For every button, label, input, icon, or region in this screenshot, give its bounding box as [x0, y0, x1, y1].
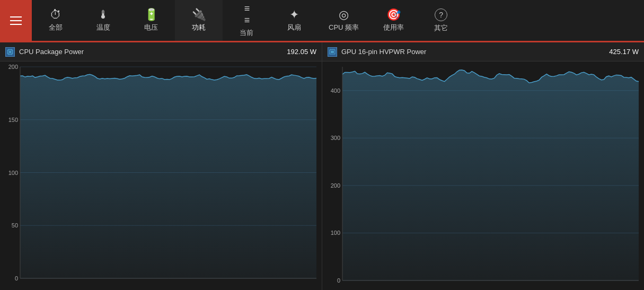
all-icon: ⏱	[50, 9, 61, 21]
cpu-power-canvas	[0, 61, 322, 290]
cpu-power-chart-body	[0, 61, 322, 290]
gpu-power-header: GPU 16-pin HVPWR Power 425.17 W	[322, 42, 644, 61]
gpu-power-value: 425.17 W	[609, 48, 639, 56]
gpu-power-canvas	[322, 61, 644, 290]
cpu-power-panel: CPU Package Power 192.05 W	[0, 42, 322, 290]
gpu-power-icon-box	[328, 47, 337, 57]
cpu-freq-icon: ◎	[339, 9, 349, 21]
nav-label-all: 全部	[49, 23, 63, 32]
nav-item-cpu-freq[interactable]: ◎ CPU 频率	[318, 0, 369, 42]
voltage-icon: 🔋	[144, 9, 158, 21]
cpu-power-header: CPU Package Power 192.05 W	[0, 42, 322, 61]
hamburger-icon	[10, 16, 22, 25]
nav-item-other[interactable]: ? 其它	[417, 0, 465, 42]
other-icon: ?	[435, 8, 447, 21]
nav-label-other: 其它	[434, 23, 448, 33]
nav-label-voltage: 电压	[144, 23, 158, 32]
nav-item-fan[interactable]: ✦ 风扇	[270, 0, 318, 42]
cpu-power-title-area: CPU Package Power	[5, 47, 84, 57]
current-icon: ≡≡	[244, 3, 249, 26]
nav-item-temp[interactable]: 🌡 温度	[80, 0, 127, 42]
fan-icon: ✦	[289, 9, 299, 21]
topbar: ⏱ 全部 🌡 温度 🔋 电压 🔌 功耗 ≡≡ 当前 ✦ 风扇 ◎ CPU 频率 …	[0, 0, 644, 42]
gpu-chip-icon	[329, 49, 336, 55]
cpu-power-icon-box	[5, 47, 15, 57]
menu-button[interactable]	[0, 0, 32, 41]
nav-item-current[interactable]: ≡≡ 当前	[223, 0, 270, 42]
cpu-power-title: CPU Package Power	[19, 48, 84, 56]
gpu-power-title-area: GPU 16-pin HVPWR Power	[328, 47, 426, 57]
temp-icon: 🌡	[98, 9, 109, 21]
nav-item-usage[interactable]: 🎯 使用率	[369, 0, 417, 42]
cpu-chip-icon	[7, 49, 13, 55]
svg-rect-11	[331, 51, 334, 53]
nav-label-current: 当前	[240, 28, 253, 38]
gpu-power-panel: GPU 16-pin HVPWR Power 425.17 W	[322, 42, 644, 290]
nav-label-power: 功耗	[192, 23, 206, 32]
nav-item-voltage[interactable]: 🔋 电压	[127, 0, 175, 42]
gpu-power-chart-body	[322, 61, 644, 290]
nav-label-fan: 风扇	[287, 23, 301, 32]
nav-label-usage: 使用率	[383, 23, 404, 32]
svg-rect-1	[9, 51, 11, 53]
nav-label-temp: 温度	[96, 23, 110, 32]
power-icon: 🔌	[192, 9, 206, 21]
nav-item-power[interactable]: 🔌 功耗	[175, 0, 223, 42]
cpu-power-value: 192.05 W	[287, 48, 316, 56]
usage-icon: 🎯	[386, 9, 401, 21]
nav-item-all[interactable]: ⏱ 全部	[32, 0, 80, 42]
charts-area: CPU Package Power 192.05 W	[0, 42, 644, 290]
content-area: CPU Package Power 192.05 W	[0, 42, 644, 290]
nav-label-cpu-freq: CPU 频率	[329, 23, 359, 32]
gpu-power-title: GPU 16-pin HVPWR Power	[341, 48, 426, 56]
